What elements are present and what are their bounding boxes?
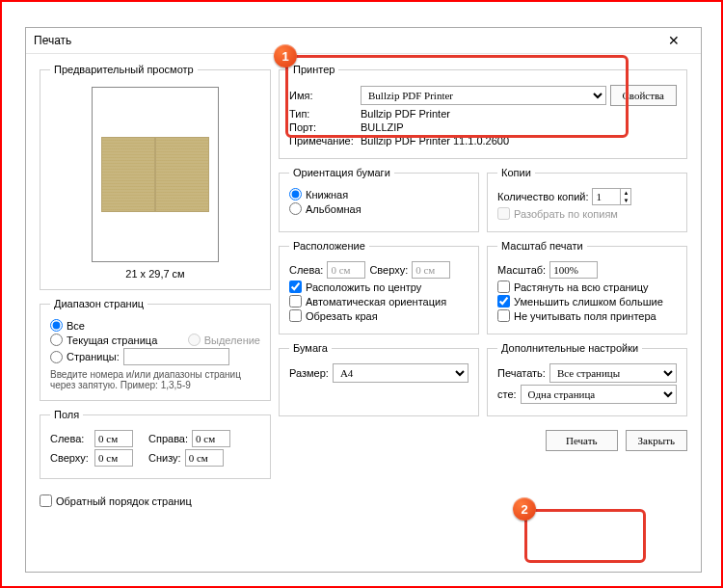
- collate-label: Разобрать по копиям: [514, 208, 618, 220]
- scale-label: Масштаб:: [497, 264, 546, 276]
- orient-landscape-radio[interactable]: [289, 202, 302, 215]
- layout-center-label: Расположить по центру: [306, 281, 421, 293]
- orient-portrait-label: Книжная: [306, 189, 348, 200]
- printer-type-value: Bullzip PDF Printer: [361, 108, 450, 120]
- scale-input[interactable]: [549, 261, 598, 279]
- orient-landscape-label: Альбомная: [306, 203, 362, 215]
- layout-top-input: [412, 261, 450, 279]
- range-pages-label: Страницы:: [67, 351, 120, 362]
- print-button[interactable]: Печать: [546, 430, 618, 451]
- close-icon[interactable]: ✕: [655, 33, 693, 48]
- preview-legend: Предварительный просмотр: [50, 64, 198, 75]
- extra-per-label: сте:: [497, 388, 517, 400]
- print-dialog: Печать ✕ Предварительный просмотр 21 x 2…: [25, 27, 702, 573]
- scale-ignore-checkbox[interactable]: [497, 309, 510, 322]
- printer-name-label: Имя:: [289, 90, 357, 101]
- printer-note-label: Примечание:: [289, 135, 357, 147]
- margin-top-label: Сверху:: [50, 452, 91, 464]
- paper-size-select[interactable]: A4: [333, 363, 469, 383]
- layout-group: Расположение Слева:Сверху: Расположить п…: [279, 240, 479, 334]
- margin-bottom-label: Снизу:: [148, 452, 181, 464]
- scale-shrink-label: Уменьшить слишком большие: [514, 296, 663, 307]
- copies-group: Копии Количество копий:▲▼ Разобрать по к…: [487, 167, 687, 232]
- extra-per-select[interactable]: Одна страница: [521, 385, 677, 404]
- copies-legend: Копии: [497, 167, 535, 178]
- scale-fit-label: Растянуть на всю страницу: [514, 281, 649, 293]
- extra-legend: Дополнительные настройки: [497, 342, 642, 354]
- copies-count-label: Количество копий:: [497, 191, 588, 202]
- printer-port-label: Порт:: [289, 121, 357, 133]
- scale-ignore-label: Не учитывать поля принтера: [514, 310, 656, 322]
- printer-group: Принтер Имя:Bullzip PDF PrinterСвойства …: [279, 64, 687, 159]
- layout-crop-checkbox[interactable]: [289, 309, 302, 322]
- layout-center-checkbox[interactable]: [289, 281, 302, 293]
- dialog-title: Печать: [34, 34, 655, 47]
- margin-right-input[interactable]: [192, 430, 230, 447]
- printer-legend: Принтер: [289, 64, 338, 75]
- printer-port-value: BULLZIP: [361, 121, 404, 133]
- range-pages-radio[interactable]: [50, 351, 63, 363]
- range-legend: Диапазон страниц: [50, 298, 147, 309]
- scale-shrink-checkbox[interactable]: [497, 295, 510, 307]
- range-all-label: Все: [67, 320, 85, 332]
- layout-left-label: Слева:: [289, 264, 323, 276]
- printer-properties-button[interactable]: Свойства: [610, 85, 677, 106]
- layout-crop-label: Обрезать края: [306, 310, 378, 322]
- margin-top-input[interactable]: [94, 449, 133, 467]
- range-current-radio[interactable]: [50, 334, 63, 346]
- margin-left-label: Слева:: [50, 433, 91, 444]
- preview-page: [92, 87, 219, 262]
- page-range-group: Диапазон страниц Все Текущая страницаВыд…: [40, 298, 271, 401]
- paper-size-label: Размер:: [289, 367, 329, 379]
- range-current-label: Текущая страница: [67, 334, 157, 346]
- spin-up-icon[interactable]: ▲: [621, 189, 630, 197]
- printer-type-label: Тип:: [289, 108, 357, 120]
- titlebar: Печать ✕: [26, 28, 701, 54]
- margins-group: Поля Слева:Справа: Сверху:Снизу:: [40, 409, 271, 479]
- scale-fit-checkbox[interactable]: [497, 281, 510, 293]
- layout-left-input: [327, 261, 365, 279]
- spin-down-icon[interactable]: ▼: [621, 197, 630, 204]
- orientation-group: Ориентация бумаги Книжная Альбомная: [279, 167, 479, 232]
- scale-legend: Масштаб печати: [497, 240, 587, 252]
- scale-group: Масштаб печати Масштаб: Растянуть на всю…: [487, 240, 687, 334]
- extra-print-select[interactable]: Все страницы: [549, 363, 677, 383]
- margins-legend: Поля: [50, 409, 83, 420]
- margin-right-label: Справа:: [148, 433, 188, 444]
- preview-dimensions: 21 x 29,7 см: [50, 268, 260, 280]
- collate-checkbox: [497, 207, 510, 220]
- range-pages-input[interactable]: [123, 348, 229, 365]
- reverse-order-checkbox[interactable]: [40, 494, 52, 507]
- range-selection-label: Выделение: [204, 334, 260, 346]
- layout-auto-checkbox[interactable]: [289, 295, 302, 307]
- reverse-order-label: Обратный порядок страниц: [56, 495, 192, 507]
- orient-legend: Ориентация бумаги: [289, 167, 394, 178]
- close-button[interactable]: Закрыть: [626, 430, 687, 451]
- layout-auto-label: Автоматическая ориентация: [306, 296, 446, 307]
- copies-count-input[interactable]: [592, 188, 621, 205]
- range-hint: Введите номера и/или диапазоны страниц ч…: [50, 369, 260, 390]
- preview-group: Предварительный просмотр 21 x 29,7 см: [40, 64, 271, 290]
- range-all-radio[interactable]: [50, 319, 63, 332]
- paper-legend: Бумага: [289, 342, 332, 354]
- margin-bottom-input[interactable]: [185, 449, 224, 467]
- range-selection-radio: [188, 334, 201, 346]
- extra-print-label: Печатать:: [497, 367, 546, 379]
- layout-legend: Расположение: [289, 240, 369, 252]
- paper-group: Бумага Размер:A4: [279, 342, 479, 416]
- printer-note-value: Bullzip PDF Printer 11.1.0.2600: [361, 135, 509, 147]
- layout-top-label: Сверху:: [369, 264, 408, 276]
- orient-portrait-radio[interactable]: [289, 188, 302, 200]
- extra-group: Дополнительные настройки Печатать:Все ст…: [487, 342, 687, 416]
- margin-left-input[interactable]: [94, 430, 133, 447]
- printer-name-select[interactable]: Bullzip PDF Printer: [361, 86, 606, 105]
